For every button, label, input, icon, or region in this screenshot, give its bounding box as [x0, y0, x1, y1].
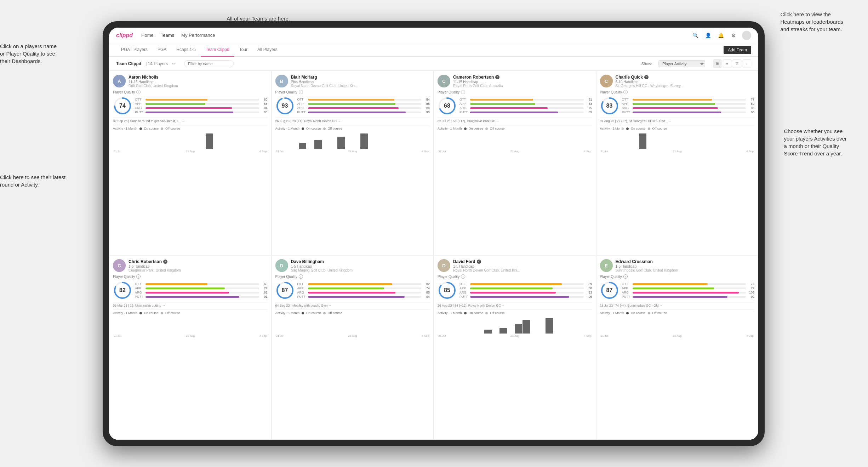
player-card[interactable]: D David Ford ✓ 1-5 Handicap Royal North … — [434, 255, 596, 440]
edit-icon[interactable]: ✏ — [172, 61, 176, 66]
latest-round[interactable]: 26 Aug 23 | 84 (+12), Royal North Devon … — [438, 302, 592, 307]
player-info: Chris Robertson ✓ 1-5 Handicap Craigmill… — [129, 259, 268, 272]
nav-logo[interactable]: clippd — [116, 32, 133, 39]
bell-icon[interactable]: 🔔 — [716, 31, 725, 40]
player-header: A Aaron Nicholls 11-15 Handicap Drift Go… — [113, 75, 268, 88]
off-course-label: Off course — [652, 311, 667, 315]
stat-value: 94 — [423, 295, 430, 298]
player-card[interactable]: C Chris Robertson ✓ 1-5 Handicap Craigmi… — [109, 255, 272, 440]
latest-round[interactable]: 03 Mar 23 | 19, Must make putting → — [113, 302, 268, 307]
tab-team-clippd[interactable]: Team Clippd — [201, 43, 234, 57]
on-course-dot — [626, 127, 629, 130]
tablet-frame: clippd Home Teams My Performance 🔍 👤 🔔 ⚙… — [103, 21, 765, 446]
player-handicap: 6-10 Handicap — [616, 80, 755, 84]
nav-my-performance[interactable]: My Performance — [181, 31, 215, 39]
list-view-button[interactable]: ≡ — [723, 59, 731, 68]
player-info: David Ford ✓ 1-5 Handicap Royal North De… — [453, 259, 592, 272]
player-avatar[interactable]: C — [600, 75, 613, 87]
score-circle[interactable]: 85 — [438, 281, 457, 300]
stat-label: ARG — [135, 291, 144, 294]
player-avatar[interactable]: C — [438, 75, 450, 87]
score-circle[interactable]: 82 — [113, 281, 132, 300]
score-circle[interactable]: 93 — [275, 96, 295, 115]
search-icon[interactable]: 🔍 — [691, 31, 699, 40]
stat-bar-container — [470, 103, 584, 105]
player-avatar[interactable]: D — [438, 259, 450, 272]
player-name[interactable]: Chris Robertson ✓ — [129, 259, 268, 264]
stat-row: ARG 83 — [622, 106, 755, 110]
sort-button[interactable]: ↕ — [743, 59, 751, 68]
verified-icon: ✓ — [477, 260, 481, 264]
latest-round-text: 26 Aug 23 | 73 (+1), Royal North Devon G… — [275, 119, 341, 123]
chart-date: 31 Jul — [438, 150, 446, 153]
player-club: Sunningdale Golf Club, United Kingdom — [616, 268, 755, 272]
latest-round-annotation-text: Click here to see their latestround or A… — [0, 174, 65, 188]
latest-round[interactable]: 18 Jul 23 | 74 (+4), Sunningdale GC - Ol… — [600, 302, 755, 307]
activity-section: Activity · 1 Month On course Off course … — [438, 309, 592, 337]
latest-round[interactable]: 07 Aug 23 | 77 (+7), St George's Hill GC… — [600, 118, 755, 123]
search-input[interactable] — [184, 60, 234, 67]
score-circle[interactable]: 68 — [438, 96, 457, 115]
player-name[interactable]: Dave Billingham — [291, 259, 430, 264]
player-card[interactable]: C Charlie Quick ✓ 6-10 Handicap St. Geor… — [596, 71, 759, 255]
tab-pga[interactable]: PGA — [153, 43, 171, 57]
player-avatar[interactable]: E — [600, 259, 613, 272]
stat-row: APP 85 — [297, 102, 430, 106]
player-header: D Dave Billingham 1-5 Handicap Sag Magin… — [275, 259, 430, 272]
player-name-annotation: Click on a players nameor Player Quality… — [0, 42, 57, 65]
nav-teams[interactable]: Teams — [161, 31, 174, 39]
grid-view-button[interactable]: ⊞ — [713, 59, 721, 68]
score-number: 74 — [119, 103, 126, 109]
filter-button[interactable]: ▽ — [733, 59, 741, 68]
chart-date: 4 Sep — [584, 150, 592, 153]
stat-value: 79 — [747, 286, 754, 290]
player-avatar[interactable]: D — [275, 259, 288, 272]
tab-hcaps[interactable]: Hcaps 1-5 — [171, 43, 201, 57]
latest-round[interactable]: 02 Jul 23 | 59 (+17), Craigmillar Park G… — [438, 118, 592, 123]
score-number: 87 — [282, 287, 288, 294]
score-circle[interactable]: 87 — [275, 281, 295, 300]
player-card[interactable]: E Edward Crossman 1-5 Handicap Sunningda… — [596, 255, 759, 440]
avatar[interactable] — [742, 31, 751, 40]
person-icon[interactable]: 👤 — [704, 31, 712, 40]
player-name[interactable]: Charlie Quick ✓ — [616, 75, 755, 80]
stat-bar-container — [308, 283, 422, 285]
stat-label: OTT — [622, 282, 631, 286]
player-avatar[interactable]: A — [113, 75, 126, 87]
player-avatar[interactable]: C — [113, 259, 126, 272]
player-card[interactable]: C Cameron Robertson ✓ 11-15 Handicap Roy… — [434, 71, 596, 255]
settings-icon[interactable]: ⚙ — [729, 31, 738, 40]
stat-bar-container — [145, 112, 259, 113]
player-name[interactable]: Aaron Nicholls — [129, 75, 268, 80]
player-name[interactable]: David Ford ✓ — [453, 259, 592, 264]
tab-pgat-players[interactable]: PGAT Players — [116, 43, 153, 57]
player-card[interactable]: D Dave Billingham 1-5 Handicap Sag Magin… — [272, 255, 434, 440]
add-team-button[interactable]: Add Team — [724, 46, 751, 54]
on-course-label: On course — [306, 311, 321, 315]
player-club: Sag Maging Golf Club, United Kingdom — [291, 268, 430, 272]
stat-label: ARG — [459, 106, 469, 110]
score-circle[interactable]: 87 — [600, 281, 619, 300]
player-card[interactable]: A Aaron Nicholls 11-15 Handicap Drift Go… — [109, 71, 272, 255]
tab-all-players[interactable]: All Players — [252, 43, 282, 57]
player-name[interactable]: Edward Crossman — [616, 259, 755, 264]
player-card[interactable]: B Blair McHarg Plus Handicap Royal North… — [272, 71, 434, 255]
quality-label: Player Quality i — [113, 90, 268, 94]
tab-tour[interactable]: Tour — [234, 43, 252, 57]
player-club: Royal Perth Golf Club, Australia — [453, 84, 592, 88]
latest-round[interactable]: 26 Aug 23 | 73 (+1), Royal North Devon G… — [275, 118, 430, 123]
latest-round[interactable]: 04 Sep 23 | Mobility with coach, Gym → — [275, 302, 430, 307]
player-avatar[interactable]: B — [275, 75, 288, 87]
stat-row: APP 80 — [459, 286, 592, 290]
activity-chart — [438, 316, 592, 334]
player-name[interactable]: Cameron Robertson ✓ — [453, 75, 592, 80]
stat-label: APP — [297, 102, 307, 106]
score-circle[interactable]: 83 — [600, 96, 619, 115]
nav-home[interactable]: Home — [141, 31, 154, 39]
score-circle[interactable]: 74 — [113, 96, 132, 115]
player-name[interactable]: Blair McHarg — [291, 75, 430, 80]
latest-round-text: 07 Aug 23 | 77 (+7), St George's Hill GC… — [600, 119, 672, 123]
show-select[interactable]: Player Activity Quality Score Trend — [658, 60, 705, 67]
latest-round[interactable]: 02 Sep 23 | Sunrise round to get back in… — [113, 118, 268, 123]
view-icons: ⊞ ≡ ▽ ↕ — [713, 59, 751, 68]
